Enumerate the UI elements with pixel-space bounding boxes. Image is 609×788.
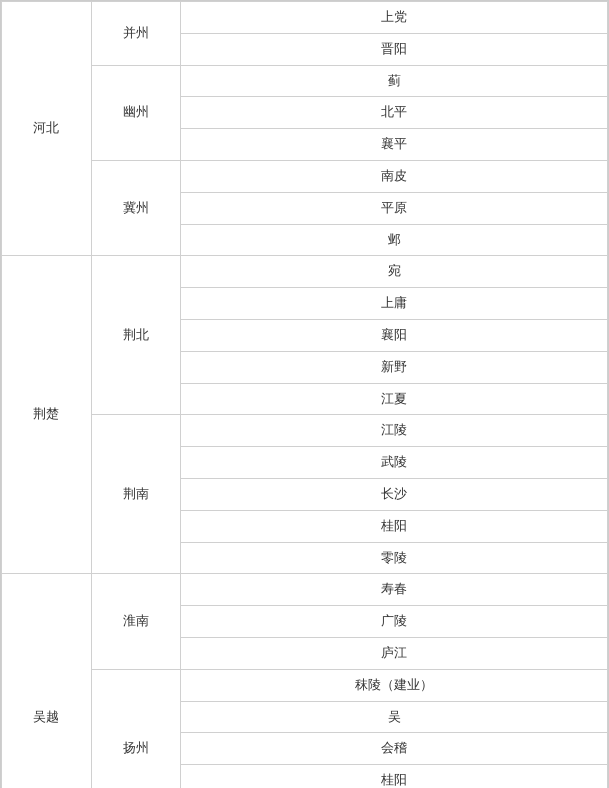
city-cell: 江陵 [181, 415, 608, 447]
city-cell: 上庸 [181, 288, 608, 320]
table-row: 吴越淮南寿春 [2, 574, 608, 606]
city-cell: 庐江 [181, 637, 608, 669]
city-cell: 江夏 [181, 383, 608, 415]
table-row: 冀州南皮 [2, 160, 608, 192]
city-cell: 桂阳 [181, 510, 608, 542]
city-cell: 新野 [181, 351, 608, 383]
city-cell: 襄阳 [181, 319, 608, 351]
city-cell: 寿春 [181, 574, 608, 606]
city-cell: 平原 [181, 192, 608, 224]
region-cell: 河北 [2, 2, 92, 256]
city-cell: 南皮 [181, 160, 608, 192]
subregion-cell: 幽州 [91, 65, 181, 160]
city-cell: 会稽 [181, 733, 608, 765]
subregion-cell: 淮南 [91, 574, 181, 669]
region-cell: 荆楚 [2, 256, 92, 574]
main-table: 河北并州上党晋阳幽州蓟北平襄平冀州南皮平原邺荆楚荆北宛上庸襄阳新野江夏荆南江陵武… [0, 0, 609, 788]
city-cell: 广陵 [181, 606, 608, 638]
subregion-cell: 荆南 [91, 415, 181, 574]
region-cell: 吴越 [2, 574, 92, 788]
subregion-cell: 扬州 [91, 669, 181, 788]
city-cell: 蓟 [181, 65, 608, 97]
city-cell: 上党 [181, 2, 608, 34]
table-row: 荆楚荆北宛 [2, 256, 608, 288]
city-cell: 长沙 [181, 478, 608, 510]
table-row: 荆南江陵 [2, 415, 608, 447]
subregion-cell: 荆北 [91, 256, 181, 415]
subregion-cell: 并州 [91, 2, 181, 66]
city-cell: 北平 [181, 97, 608, 129]
city-cell: 邺 [181, 224, 608, 256]
table-row: 河北并州上党 [2, 2, 608, 34]
city-cell: 襄平 [181, 129, 608, 161]
city-cell: 秣陵（建业） [181, 669, 608, 701]
city-cell: 零陵 [181, 542, 608, 574]
city-cell: 晋阳 [181, 33, 608, 65]
city-cell: 武陵 [181, 447, 608, 479]
city-cell: 桂阳 [181, 765, 608, 788]
subregion-cell: 冀州 [91, 160, 181, 255]
city-cell: 宛 [181, 256, 608, 288]
city-cell: 吴 [181, 701, 608, 733]
table-row: 幽州蓟 [2, 65, 608, 97]
table-row: 扬州秣陵（建业） [2, 669, 608, 701]
